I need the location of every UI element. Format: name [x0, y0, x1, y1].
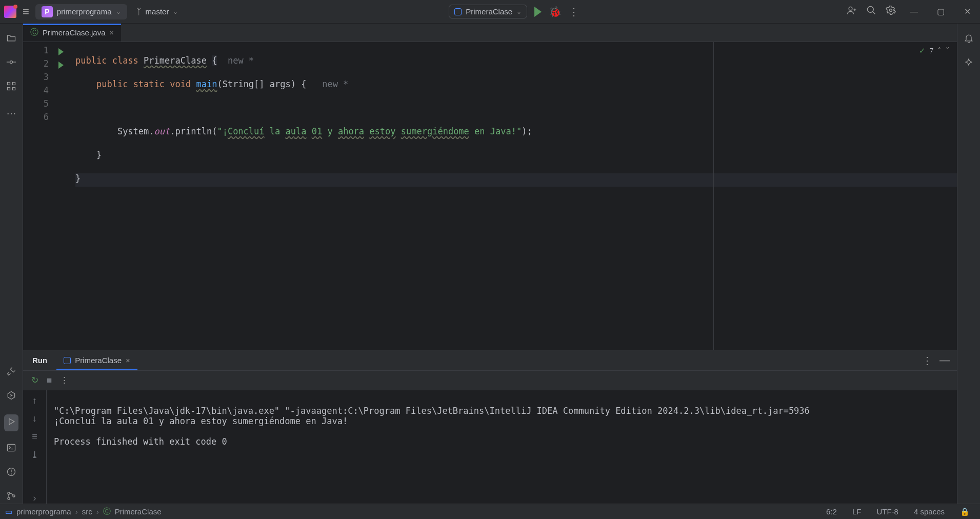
scroll-end-icon[interactable]: ⤓: [31, 449, 38, 461]
code-editor[interactable]: 1 2 3 4 5 6 public class PrimeraClase { …: [23, 42, 957, 350]
caret-position[interactable]: 6:2: [821, 507, 842, 516]
svg-point-3: [890, 9, 892, 12]
line-number-gutter: 1 2 3 4 5 6: [23, 42, 54, 350]
class-icon: Ⓒ: [103, 507, 111, 516]
svg-marker-11: [8, 392, 14, 400]
inspection-count: 7: [930, 47, 934, 55]
chevron-down-icon: ⌄: [516, 8, 522, 15]
run-toolbar: ↻ ■ ⋮: [23, 371, 957, 390]
project-name-label: primerprograma: [57, 7, 112, 16]
svg-point-0: [849, 7, 852, 10]
run-line-icon[interactable]: [58, 62, 64, 69]
soft-wrap-icon[interactable]: ≡: [32, 431, 37, 442]
rerun-icon[interactable]: ↻: [31, 375, 38, 386]
code-area[interactable]: public class PrimeraClase { new * public…: [68, 42, 957, 350]
run-line-icon[interactable]: [58, 48, 64, 55]
run-config-label: PrimeraClase: [466, 7, 512, 16]
run-tool-window: Run PrimeraClase × ⋮ — ↻ ■ ⋮ ↑ ↓: [23, 350, 957, 504]
svg-marker-12: [9, 418, 14, 425]
run-tool-options[interactable]: ⋮: [922, 354, 932, 367]
breadcrumb-item[interactable]: src: [82, 507, 92, 516]
editor-tabs: Ⓒ PrimeraClase.java ×: [23, 24, 957, 42]
build-tool-icon[interactable]: [6, 366, 16, 379]
run-side-toolbar: ↑ ↓ ≡ ⤓ ›: [23, 390, 47, 504]
run-tool-title: Run: [23, 356, 56, 365]
svg-point-4: [10, 61, 13, 64]
console-line: Process finished with exit code 0: [54, 436, 227, 447]
ai-assistant-icon[interactable]: [964, 57, 974, 70]
titlebar: ≡ P primerprograma ⌄ ᛉ master ⌄ PrimeraC…: [0, 0, 980, 24]
settings-icon[interactable]: [886, 5, 896, 18]
project-tool-icon[interactable]: [6, 33, 16, 46]
indent-settings[interactable]: 4 spaces: [909, 507, 950, 516]
readonly-lock-icon[interactable]: 🔒: [955, 507, 975, 516]
structure-tool-icon[interactable]: [6, 81, 16, 94]
close-button[interactable]: ✕: [958, 7, 976, 16]
chevron-down-icon: ⌄: [116, 8, 121, 15]
line-separator[interactable]: LF: [847, 507, 867, 516]
notifications-icon[interactable]: [964, 33, 974, 46]
main-menu-button[interactable]: ≡: [23, 5, 29, 18]
chevron-right-icon: ›: [75, 507, 78, 516]
debug-button[interactable]: 🐞: [549, 6, 562, 18]
project-letter-icon: P: [42, 6, 53, 17]
ide-logo[interactable]: [4, 6, 16, 18]
run-tool-icon[interactable]: [4, 414, 18, 431]
minimize-button[interactable]: —: [905, 7, 923, 16]
code-with-me-icon[interactable]: [847, 5, 857, 18]
project-selector[interactable]: P primerprograma ⌄: [35, 4, 127, 19]
chevron-down-icon[interactable]: ˅: [946, 46, 950, 55]
chevron-up-icon[interactable]: ˄: [937, 46, 942, 55]
svg-rect-7: [8, 83, 10, 85]
breadcrumb-item[interactable]: PrimeraClase: [115, 507, 162, 516]
vcs-branch-selector[interactable]: ᛉ master ⌄: [133, 7, 182, 16]
svg-rect-9: [8, 88, 10, 90]
console-line: "C:\Program Files\Java\jdk-17\bin\java.e…: [54, 406, 810, 416]
run-console-output[interactable]: "C:\Program Files\Java\jdk-17\bin\java.e…: [47, 390, 957, 504]
chevron-right-icon: ›: [96, 507, 99, 516]
more-tools-icon[interactable]: …: [6, 105, 16, 117]
run-button[interactable]: [534, 7, 542, 17]
breadcrumb-item[interactable]: primerprograma: [16, 507, 71, 516]
up-stack-icon[interactable]: ↑: [32, 395, 37, 406]
svg-point-17: [11, 474, 12, 474]
run-tab[interactable]: PrimeraClase ×: [56, 350, 137, 370]
chevron-down-icon: ⌄: [173, 8, 178, 15]
problems-tool-icon[interactable]: [6, 467, 16, 480]
right-toolbar: [957, 24, 980, 504]
commit-tool-icon[interactable]: [6, 57, 16, 70]
module-icon: ▭: [5, 507, 12, 516]
close-run-tab-icon[interactable]: ×: [126, 356, 130, 365]
runconfig-icon: [454, 8, 462, 15]
down-stack-icon[interactable]: ↓: [32, 413, 37, 424]
more-run-actions[interactable]: ⋮: [569, 6, 579, 18]
svg-point-18: [8, 492, 10, 494]
close-tab-icon[interactable]: ×: [110, 29, 114, 37]
svg-rect-8: [13, 83, 15, 85]
expand-icon[interactable]: ›: [33, 493, 36, 504]
search-icon[interactable]: [866, 5, 876, 18]
editor-tab[interactable]: Ⓒ PrimeraClase.java ×: [23, 24, 121, 42]
file-encoding[interactable]: UTF-8: [871, 507, 904, 516]
stop-icon[interactable]: ■: [47, 375, 52, 386]
run-tab-label: PrimeraClase: [75, 356, 122, 365]
class-file-icon: Ⓒ: [30, 27, 38, 38]
vcs-tool-icon[interactable]: [6, 491, 16, 504]
branch-icon: ᛉ: [136, 7, 142, 16]
services-tool-icon[interactable]: [6, 390, 16, 403]
run-toolbar-more[interactable]: ⋮: [60, 375, 69, 386]
svg-line-2: [873, 12, 875, 14]
status-bar: ▭ primerprograma › src › Ⓒ PrimeraClase …: [0, 504, 980, 519]
console-line: ¡Concluí la aula 01 y ahora estoy sumerg…: [54, 416, 348, 426]
inspection-widget[interactable]: ✓ 7 ˄ ˅: [919, 46, 950, 55]
left-toolbar: …: [0, 24, 23, 504]
maximize-button[interactable]: ▢: [932, 7, 949, 16]
run-gutter: [54, 42, 68, 350]
editor-tab-label: PrimeraClase.java: [43, 28, 106, 37]
run-config-selector[interactable]: PrimeraClase ⌄: [449, 5, 527, 18]
terminal-tool-icon[interactable]: [6, 443, 16, 455]
hide-tool-window-icon[interactable]: —: [939, 354, 957, 366]
breadcrumb[interactable]: ▭ primerprograma › src › Ⓒ PrimeraClase: [5, 507, 162, 516]
svg-point-19: [8, 497, 10, 500]
svg-point-1: [868, 7, 874, 13]
